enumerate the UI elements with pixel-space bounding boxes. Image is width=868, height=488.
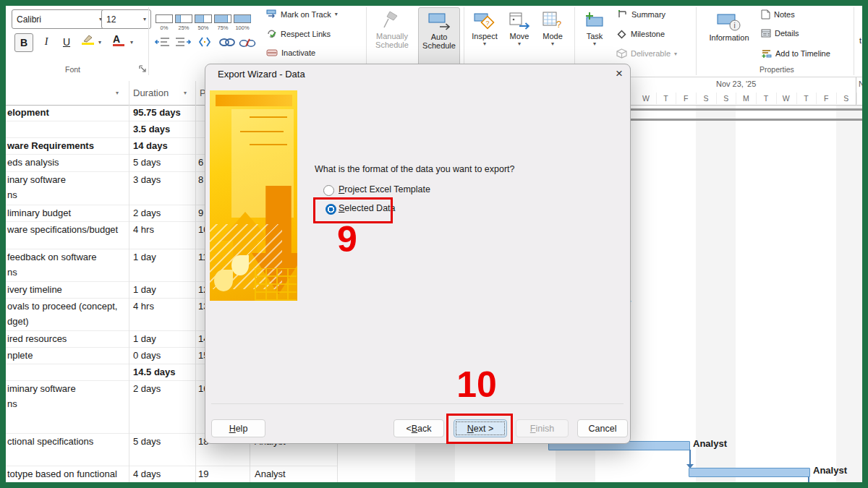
font-color-button[interactable]: A — [113, 33, 124, 46]
insert-summary-button[interactable]: Summary — [616, 9, 665, 19]
percent-label: 25% — [174, 25, 193, 31]
timeline-day-label: T — [756, 93, 777, 104]
notes-button[interactable]: Notes — [761, 9, 795, 20]
task-name-cell: ired resources — [7, 333, 67, 344]
mode-label: Mode — [537, 32, 568, 40]
predecessor-cell: 8 — [198, 174, 203, 185]
task-name-cell: eds analysis — [7, 157, 59, 168]
move-button[interactable]: Move ▾ — [505, 10, 534, 47]
information-icon: i — [717, 12, 741, 32]
annotation-number-10: 10 — [454, 364, 499, 406]
predecessor-cell: 19 — [198, 468, 208, 479]
weekend-shading — [836, 105, 862, 482]
task-name-filter-icon[interactable]: ▾ — [116, 90, 119, 96]
move-calendar-icon — [509, 12, 529, 30]
insert-milestone-button[interactable]: Milestone — [616, 29, 665, 39]
inactivate-icon — [266, 49, 278, 56]
inactivate-button[interactable]: Inactivate — [266, 48, 315, 57]
radio-label[interactable]: Project Excel Template — [339, 184, 430, 194]
font-group-label: Font — [65, 65, 80, 74]
percent-complete-button-25[interactable]: 25% — [174, 14, 193, 31]
predecessor-cell: 9 — [198, 207, 203, 218]
cancel-button[interactable]: Cancel — [577, 419, 628, 437]
summary-icon — [616, 9, 628, 19]
percent-label: 100% — [233, 25, 252, 31]
chevron-down-icon[interactable]: ▾ — [130, 39, 133, 46]
chevron-down-icon: ▾ — [579, 40, 610, 47]
respect-links-button[interactable]: Respect Links — [266, 29, 331, 38]
deliverable-label: Deliverable — [631, 49, 671, 58]
task-name-cell: ware Requirements — [7, 140, 94, 151]
task-name-cell: ctional specifications — [7, 436, 93, 447]
chevron-down-icon[interactable]: ▾ — [98, 39, 101, 46]
font-dialog-launcher-icon[interactable] — [139, 65, 147, 73]
inspect-icon: ? — [474, 12, 495, 30]
mode-button[interactable]: ? Mode ▾ — [537, 10, 568, 47]
percent-complete-button-0[interactable]: 0% — [155, 14, 174, 31]
annotation-number-9: 9 — [337, 218, 357, 260]
link-tasks-button[interactable] — [218, 38, 236, 47]
svg-text:i: i — [733, 22, 735, 30]
unlink-tasks-button[interactable] — [239, 38, 256, 48]
annotation-box-next-button — [446, 414, 513, 444]
task-name-cell: iminary software — [7, 383, 76, 394]
ribbon-overflow-partial: t — [859, 36, 861, 45]
font-name-combobox[interactable]: Calibri ▾ — [12, 9, 107, 29]
indent-task-button[interactable] — [175, 36, 191, 48]
wizard-art-panel — [210, 90, 297, 301]
percent-complete-button-100[interactable]: 100% — [233, 14, 252, 31]
timeline-day-label: W — [636, 93, 657, 104]
help-button[interactable]: Help — [211, 419, 265, 437]
manually-schedule-button[interactable]: Manually Schedule — [370, 10, 414, 49]
task-name-cell: ivery timeline — [7, 284, 62, 295]
summary-label: Summary — [631, 10, 665, 19]
timeline-day-label: S — [696, 93, 717, 104]
underline-button[interactable]: U — [58, 33, 75, 51]
information-button[interactable]: i Information — [702, 10, 757, 42]
duration-cell: 2 days — [133, 383, 161, 394]
outdent-task-button[interactable] — [155, 36, 171, 48]
weekend-shading — [696, 105, 736, 482]
radio-project-excel-template[interactable] — [323, 185, 334, 196]
respect-links-icon — [266, 29, 277, 38]
back-button[interactable]: < Back — [393, 419, 444, 437]
font-size-combobox[interactable]: 12 ▾ — [101, 9, 151, 29]
gantt-bar-label: Analyst — [813, 465, 847, 476]
insert-deliverable-button[interactable]: Deliverable ▾ — [616, 48, 677, 59]
chevron-down-icon: ▾ — [467, 40, 502, 47]
timeline-day-label: T — [796, 93, 817, 104]
mark-on-track-button[interactable]: Mark on Track ▾ — [266, 9, 338, 19]
percent-complete-button-50[interactable]: 50% — [194, 14, 213, 31]
timeline-day-label: F — [816, 93, 837, 104]
auto-schedule-label: Auto — [419, 33, 459, 41]
duration-filter-icon[interactable]: ▾ — [184, 90, 187, 96]
duration-column-header[interactable]: Duration — [133, 87, 169, 98]
app-window: Calibri ▾ 12 ▾ B I U ▾ A ▾ Font 0%25%50%… — [0, 0, 868, 488]
percent-complete-button-75[interactable]: 75% — [213, 14, 232, 31]
inspect-button[interactable]: ? Inspect ▾ — [467, 10, 502, 47]
split-task-button[interactable] — [197, 36, 213, 48]
milestone-label: Milestone — [631, 30, 665, 38]
gantt-bar-task-prototype[interactable] — [689, 468, 810, 477]
mode-grid-icon: ? — [542, 12, 563, 30]
export-format-question: What is the format of the data you want … — [315, 164, 515, 174]
move-label: Move — [505, 32, 534, 40]
details-button[interactable]: Details — [761, 29, 799, 38]
duration-cell: 5 days — [133, 436, 161, 447]
milestone-diamond-icon — [616, 29, 627, 39]
timeline-day-label: W — [776, 93, 797, 104]
percent-label: 50% — [194, 25, 213, 31]
task-label: Task — [579, 32, 610, 40]
finish-button[interactable]: Finish — [516, 419, 569, 437]
close-icon[interactable]: × — [610, 66, 628, 82]
add-to-timeline-button[interactable]: Add to Timeline — [761, 48, 830, 58]
task-name-cell: elopment — [7, 107, 49, 118]
highlight-color-button[interactable] — [81, 35, 95, 45]
timeline-day-label: T — [656, 93, 677, 104]
insert-task-button[interactable]: Task ▾ — [579, 10, 610, 47]
bold-button[interactable]: B — [14, 33, 33, 52]
font-color-glyph: A — [113, 33, 120, 45]
italic-button[interactable]: I — [38, 33, 55, 51]
duration-cell: 4 hrs — [133, 224, 154, 235]
auto-schedule-button[interactable]: Auto Schedule — [418, 7, 460, 67]
